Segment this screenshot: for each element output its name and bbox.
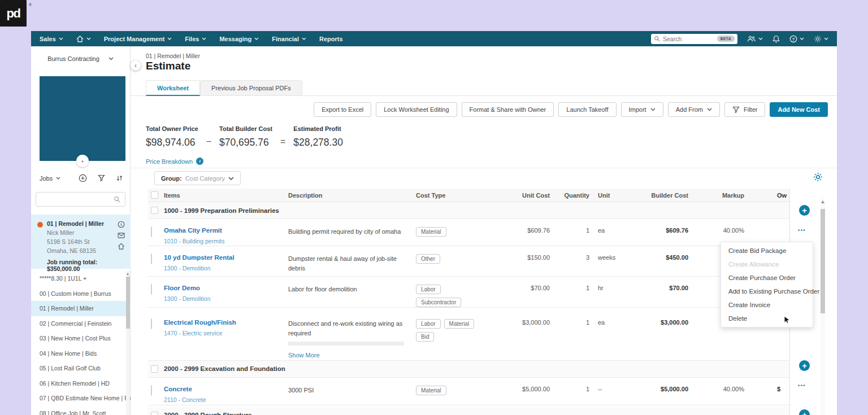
help-menu[interactable]: ? bbox=[789, 35, 804, 43]
unit-cost-value: $5,000.00 bbox=[489, 378, 550, 405]
section-checkbox[interactable] bbox=[151, 365, 158, 373]
launch-takeoff-button[interactable]: Launch Takeoff bbox=[558, 102, 616, 117]
job-list-item[interactable]: 07 | QBD Estimate New Home | Fantana bbox=[31, 391, 131, 406]
chevron-down-icon bbox=[302, 37, 306, 40]
group-by-dropdown[interactable]: Group: Cost Category bbox=[154, 171, 241, 185]
item-description: Labor for floor demolition bbox=[288, 277, 416, 307]
job-list-item[interactable]: *****8.30 | 1U1L + bbox=[31, 271, 131, 286]
item-category-link[interactable]: 1010 - Building permits bbox=[164, 238, 288, 244]
worksheet-settings-gear-icon[interactable] bbox=[813, 172, 823, 182]
job-info-icon[interactable] bbox=[118, 221, 125, 228]
add-job-button[interactable] bbox=[79, 174, 87, 182]
nav-item-files[interactable]: Files bbox=[185, 36, 206, 42]
section-checkbox[interactable] bbox=[151, 207, 158, 214]
jobs-dropdown[interactable]: Jobs bbox=[40, 175, 60, 182]
nav-item-sales[interactable]: Sales bbox=[40, 36, 63, 42]
job-list-item[interactable]: 02 | Commercial | Feinstein bbox=[31, 316, 131, 331]
item-name-link[interactable]: 10 yd Dumpster Rental bbox=[164, 254, 288, 261]
global-search[interactable]: BETA bbox=[651, 34, 737, 44]
nav-item-financial[interactable]: Financial bbox=[272, 36, 306, 42]
job-home-icon[interactable] bbox=[118, 243, 125, 250]
menu-item-create-allowance: Create Allowance bbox=[721, 257, 813, 271]
price-breakdown-link[interactable]: Price Breakdown i bbox=[146, 158, 203, 165]
menu-item-create-invoice[interactable]: Create Invoice bbox=[721, 298, 813, 312]
job-list-item[interactable]: 00 | Custom Home | Burrus bbox=[31, 286, 131, 302]
item-description: Disconnect and re-work existing wiring a… bbox=[288, 308, 416, 360]
sort-jobs-icon[interactable] bbox=[116, 174, 123, 182]
job-list-item[interactable]: 08 | Office Job | Mr. Scott bbox=[31, 406, 131, 415]
add-cost-to-section-button[interactable]: + bbox=[799, 360, 810, 371]
add-cost-to-section-button[interactable]: + bbox=[799, 205, 810, 216]
add-cost-to-section-button[interactable]: + bbox=[799, 409, 810, 415]
item-name-link[interactable]: Floor Demo bbox=[164, 285, 288, 291]
quantity-value: 3 bbox=[550, 246, 589, 276]
job-address-1: 5198 S 164th St bbox=[47, 238, 125, 245]
menu-item-create-bid-package[interactable]: Create Bid Package bbox=[721, 244, 813, 257]
unit-cost-value: $3,000.00 bbox=[489, 308, 550, 360]
show-more-link[interactable]: Show More bbox=[288, 351, 411, 360]
item-name-link[interactable]: Concrete bbox=[164, 386, 288, 392]
sidebar-scrollbar[interactable] bbox=[126, 271, 130, 415]
row-checkbox[interactable] bbox=[151, 318, 152, 329]
add-from-button[interactable]: Add From bbox=[668, 102, 720, 117]
job-search-input[interactable] bbox=[41, 196, 114, 203]
row-checkbox[interactable] bbox=[151, 284, 152, 295]
scrollbar-thumb[interactable] bbox=[126, 277, 130, 329]
job-mail-icon[interactable] bbox=[118, 233, 125, 238]
item-name-link[interactable]: Omaha City Permit bbox=[164, 227, 288, 234]
company-selector[interactable]: Burrus Contracting bbox=[31, 55, 130, 62]
selected-job-card[interactable]: 01 | Remodel | Miller Nick Miller 5198 S… bbox=[31, 215, 131, 269]
truncated-text bbox=[288, 342, 404, 346]
nav-item-messaging[interactable]: Messaging bbox=[219, 36, 259, 42]
item-category-link[interactable]: 1300 - Demolition bbox=[164, 265, 288, 272]
tab-worksheet[interactable]: Worksheet bbox=[146, 80, 200, 96]
row-checkbox[interactable] bbox=[151, 254, 152, 264]
menu-item-add-to-existing-purchase-order[interactable]: Add to Existing Purchase Order bbox=[721, 285, 813, 298]
format-share-with-owner-button[interactable]: Format & Share with Owner bbox=[462, 102, 554, 117]
global-search-input[interactable] bbox=[663, 36, 714, 42]
ellipsis-icon: ••• bbox=[798, 228, 806, 233]
job-list-item[interactable]: 05 | Lost Rail Golf Club bbox=[31, 361, 131, 376]
item-category-link[interactable]: 1300 - Demolition bbox=[164, 295, 288, 302]
photo-collapse-button[interactable]: ▲ bbox=[76, 155, 89, 167]
table-scrollbar[interactable] bbox=[821, 198, 825, 415]
chevron-down-icon bbox=[86, 37, 91, 40]
row-checkbox[interactable] bbox=[151, 385, 152, 396]
row-actions-menu-button[interactable]: ••• bbox=[798, 228, 806, 233]
job-list-item-selected[interactable]: 01 | Remodel | Miller bbox=[31, 301, 131, 316]
nav-item-reports[interactable]: Reports bbox=[319, 36, 343, 42]
menu-item-create-purchase-order[interactable]: Create Purchase Order bbox=[721, 271, 813, 285]
job-list-item[interactable]: 03 | New Home | Cost Plus bbox=[31, 331, 131, 346]
notifications-button[interactable] bbox=[772, 35, 780, 43]
menu-item-delete[interactable]: Delete bbox=[721, 312, 813, 325]
item-name-link[interactable]: Electrical Rough/Finish bbox=[164, 319, 288, 326]
scrollbar-thumb[interactable] bbox=[821, 209, 825, 313]
section-checkbox[interactable] bbox=[151, 412, 158, 415]
lock-worksheet-editing-button[interactable]: Lock Worksheet Editing bbox=[376, 102, 457, 117]
row-actions-menu-button[interactable]: ••• bbox=[798, 383, 806, 388]
job-list-item[interactable]: 06 | Kitchen Remodel | HD bbox=[31, 376, 131, 391]
export-to-excel-button[interactable]: Export to Excel bbox=[314, 102, 371, 117]
import-button[interactable]: Import bbox=[621, 102, 663, 117]
community-menu[interactable] bbox=[747, 35, 763, 42]
chevron-down-icon bbox=[824, 37, 828, 40]
mouse-cursor bbox=[784, 316, 792, 325]
search-icon bbox=[654, 36, 660, 42]
item-category-link[interactable]: 1470 - Electric service bbox=[164, 330, 288, 337]
filter-jobs-icon[interactable] bbox=[98, 174, 105, 182]
filter-button[interactable]: Filter bbox=[724, 102, 765, 117]
scroll-up-arrow-icon bbox=[821, 200, 824, 203]
tab-previous-job-proposal-pdfs[interactable]: Previous Job Proposal PDFs bbox=[200, 80, 302, 96]
settings-menu[interactable] bbox=[814, 35, 828, 43]
job-search[interactable] bbox=[36, 192, 125, 207]
item-category-link[interactable]: 2110 - Concrete bbox=[164, 396, 288, 403]
row-checkbox[interactable] bbox=[151, 226, 152, 237]
nav-item-project-management[interactable]: Project Management bbox=[104, 36, 172, 42]
sidebar-collapse-button[interactable]: ‹ bbox=[131, 60, 141, 71]
nav-item-home[interactable] bbox=[76, 36, 91, 42]
nav-pm-label: Project Management bbox=[104, 36, 165, 42]
estimate-main: 01 | Remodel | Miller Estimate Worksheet… bbox=[131, 46, 837, 415]
job-list-item[interactable]: 04 | New Home | Bids bbox=[31, 346, 131, 361]
select-all-checkbox[interactable] bbox=[151, 191, 158, 199]
add-new-cost-button[interactable]: Add New Cost bbox=[770, 102, 828, 117]
